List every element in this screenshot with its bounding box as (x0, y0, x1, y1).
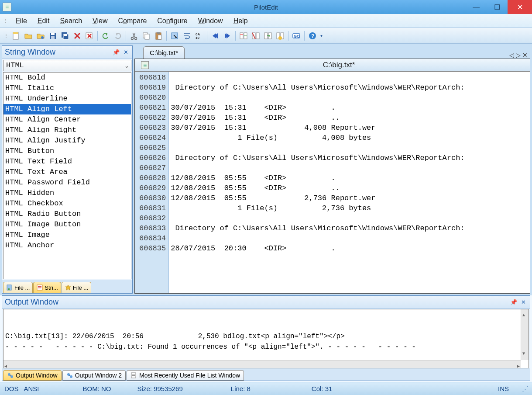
compare-2-button[interactable] (250, 30, 261, 42)
string-item[interactable]: HTML Underline (3, 94, 131, 104)
maximize-button[interactable]: ☐ (487, 0, 508, 14)
tab-file[interactable]: File ... (3, 282, 33, 293)
string-item[interactable]: HTML Align Right (3, 125, 131, 135)
code-lines[interactable]: Directory of C:\Users\All Users\Microsof… (169, 72, 530, 293)
statusbar: DOS ANSI BOM: NO Size: 99535269 Line: 8 … (0, 382, 532, 395)
horizontal-scrollbar[interactable] (3, 360, 521, 368)
html-type-dropdown[interactable]: HTML ⌄ (3, 60, 131, 71)
svg-point-10 (131, 37, 134, 39)
output-panel: Output Window 📌 ✕ C:\big.txt[13]: 22/06/… (2, 295, 530, 381)
svg-rect-38 (38, 286, 41, 287)
word-wrap-button[interactable] (181, 30, 192, 42)
open-folder-button[interactable] (35, 30, 46, 42)
hex-mode-button[interactable]: 0A10 (193, 30, 205, 42)
output-tabs: Output Window Output Window 2 Most Recen… (2, 368, 530, 381)
save-button[interactable] (47, 30, 58, 42)
document-icon (141, 61, 149, 69)
save-all-button[interactable] (59, 30, 71, 42)
output-tab-1[interactable]: Output Window (3, 370, 62, 381)
output-tab-2[interactable]: Output Window 2 (62, 370, 126, 381)
editor-tab[interactable]: C:\big.txt* (143, 46, 185, 59)
editor-tab-bar: C:\big.txt* ◁ ▷ ✕ (134, 45, 530, 59)
string-item[interactable]: HTML Image (3, 230, 131, 240)
minimize-button[interactable]: — (466, 0, 487, 14)
string-item[interactable]: HTML Align Center (3, 114, 131, 125)
cut-button[interactable] (128, 30, 140, 42)
string-item[interactable]: HTML Hidden (3, 188, 131, 198)
menu-compare[interactable]: Compare (113, 15, 151, 27)
close-panel-icon[interactable]: ✕ (122, 49, 130, 56)
close-button[interactable]: ✕ (508, 0, 532, 14)
prev-bookmark-button[interactable] (222, 30, 233, 42)
toolbar-grip-icon: ⋮ (4, 33, 8, 38)
svg-text:10: 10 (196, 36, 199, 40)
copy-button[interactable] (141, 30, 152, 42)
menu-configure[interactable]: Configure (153, 15, 192, 27)
resize-grip-icon[interactable]: ⋰ (522, 385, 528, 393)
toolbar-overflow-icon[interactable]: ▾ (320, 33, 323, 38)
close-tab-icon[interactable]: ✕ (522, 52, 528, 59)
status-bom: BOM: NO (83, 385, 111, 392)
output-pin-icon[interactable]: 📌 (510, 298, 518, 306)
menu-edit[interactable]: Edit (33, 15, 54, 27)
next-tab-icon[interactable]: ▷ (516, 52, 521, 59)
toolbar: ⋮ 0A10 GO ? ▾ (0, 28, 532, 44)
string-item[interactable]: HTML Align Justify (3, 135, 131, 146)
string-item[interactable]: HTML Align Left (3, 104, 131, 114)
pin-icon[interactable]: 📌 (112, 49, 120, 56)
string-item[interactable]: HTML Anchor (3, 240, 131, 251)
string-list[interactable]: HTML BoldHTML ItalicHTML UnderlineHTML A… (3, 72, 131, 279)
status-line: Line: 8 (231, 385, 251, 392)
string-item[interactable]: HTML Button (3, 146, 131, 156)
menu-help[interactable]: Help (229, 15, 252, 27)
paste-button[interactable] (153, 30, 164, 42)
menu-file[interactable]: File (11, 15, 31, 27)
close-all-button[interactable] (84, 30, 95, 42)
string-item[interactable]: HTML Image Button (3, 219, 131, 230)
compare-3-button[interactable] (262, 30, 274, 42)
menubar-grip-icon: ⋮ (3, 18, 8, 23)
redo-button[interactable] (112, 30, 124, 42)
string-item[interactable]: HTML Checkbox (3, 198, 131, 209)
string-item[interactable]: HTML Text Area (3, 167, 131, 177)
editor-content[interactable]: 6068186068196068206068216068226068236068… (135, 72, 530, 293)
vertical-scrollbar[interactable] (521, 309, 529, 360)
string-item[interactable]: HTML Radio Button (3, 209, 131, 219)
next-bookmark-button[interactable] (209, 30, 221, 42)
svg-rect-26 (264, 33, 268, 39)
undo-button[interactable] (100, 30, 111, 42)
dropdown-value: HTML (3, 60, 122, 71)
string-item[interactable]: HTML Italic (3, 83, 131, 94)
svg-rect-13 (145, 34, 149, 39)
tab-stri[interactable]: Stri... (33, 282, 61, 293)
output-close-icon[interactable]: ✕ (519, 298, 527, 306)
chevron-down-icon: ⌄ (122, 60, 131, 71)
string-item[interactable]: HTML Text Field (3, 156, 131, 167)
app-title: PilotEdit (254, 3, 278, 11)
prev-tab-icon[interactable]: ◁ (509, 52, 514, 59)
string-item[interactable]: HTML Password Field (3, 177, 131, 188)
compare-4-button[interactable] (275, 30, 286, 42)
string-item[interactable]: HTML Bold (3, 73, 131, 83)
goto-button[interactable]: GO (291, 30, 302, 42)
menu-window[interactable]: Window (194, 15, 227, 27)
svg-rect-22 (240, 34, 243, 35)
compare-1-button[interactable] (238, 30, 249, 42)
menu-search[interactable]: Search (55, 15, 86, 27)
editor-file-path: C:\big.txt* (151, 61, 526, 69)
svg-text:?: ? (311, 33, 314, 39)
main-area: String Window 📌 ✕ HTML ⌄ HTML BoldHTML I… (0, 44, 532, 295)
status-ins: INS (498, 385, 509, 392)
tab-file2[interactable]: File ... (62, 282, 91, 293)
open-file-button[interactable] (23, 30, 34, 42)
svg-rect-46 (132, 375, 135, 376)
menu-view[interactable]: View (88, 15, 112, 27)
help-button[interactable]: ? (307, 30, 318, 42)
output-body[interactable]: C:\big.txt[13]: 22/06/2015 20:56 2,530 b… (3, 309, 529, 368)
select-mode-button[interactable] (169, 30, 180, 42)
delete-button[interactable] (72, 30, 83, 42)
svg-rect-23 (244, 35, 247, 36)
new-file-button[interactable] (10, 30, 22, 42)
svg-rect-16 (158, 35, 161, 39)
output-tab-mru[interactable]: Most Recently Used File List Window (127, 370, 244, 381)
